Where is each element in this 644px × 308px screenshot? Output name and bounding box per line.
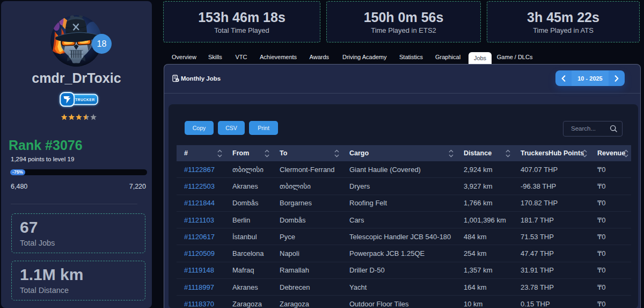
svg-text:TRUCKER: TRUCKER [75,98,95,102]
